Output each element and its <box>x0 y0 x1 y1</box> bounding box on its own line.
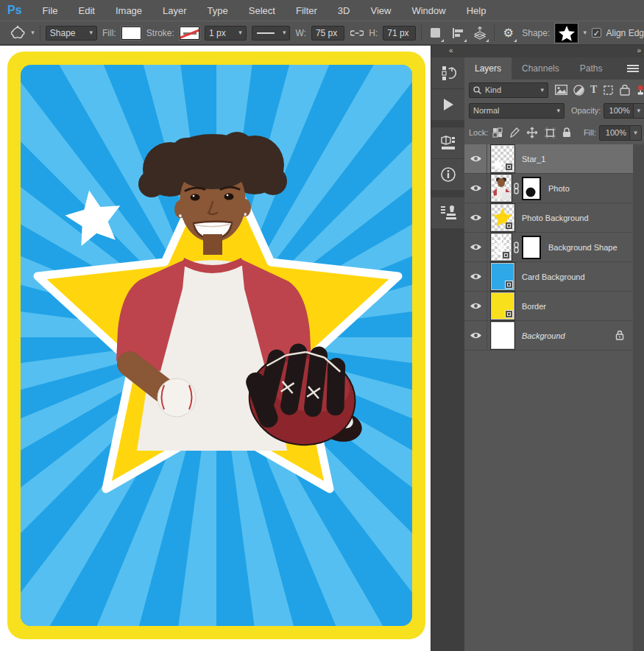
layer-thumbnail[interactable] <box>491 263 514 290</box>
layer-thumbnail[interactable] <box>491 322 514 349</box>
layer-thumbnail[interactable] <box>491 292 514 320</box>
layer-name[interactable]: Background Shape <box>548 243 618 252</box>
chevron-down-icon: ▾ <box>238 29 242 36</box>
filter-pixel-layers-icon[interactable] <box>555 85 567 95</box>
fill-slider-toggle[interactable]: ▾ <box>630 125 642 141</box>
filter-adjustment-layers-icon[interactable] <box>573 85 584 96</box>
layer-thumbnail[interactable] <box>491 204 514 231</box>
visibility-toggle[interactable] <box>464 262 487 292</box>
layer-thumbnail[interactable] <box>491 233 512 261</box>
stroke-width-input[interactable]: 1 px ▾ <box>205 26 247 41</box>
expand-panels-icon[interactable]: « <box>449 46 453 54</box>
menu-type[interactable]: Type <box>197 5 238 16</box>
lock-artboard-icon[interactable] <box>545 127 556 138</box>
layer-row-photo[interactable]: Photo <box>464 174 633 203</box>
tab-layers[interactable]: Layers <box>464 57 512 80</box>
history-panel-button[interactable] <box>431 57 464 88</box>
panel-tabs: Layers Channels Paths <box>464 57 644 80</box>
menu-filter[interactable]: Filter <box>286 5 328 16</box>
menu-layer[interactable]: Layer <box>152 5 197 16</box>
lock-label: Lock: <box>469 128 488 137</box>
panel-menu-icon[interactable] <box>627 65 639 72</box>
menu-view[interactable]: View <box>360 5 401 16</box>
layer-row-background-shape[interactable]: Background Shape <box>464 233 633 262</box>
shape-picker-swatch[interactable] <box>555 24 578 43</box>
layer-name[interactable]: Border <box>522 302 546 311</box>
collapse-panels-icon[interactable]: » <box>637 46 640 54</box>
shape-width-input[interactable]: 75 px <box>311 26 344 41</box>
visibility-toggle[interactable] <box>464 144 487 174</box>
tab-channels[interactable]: Channels <box>512 57 570 80</box>
layer-locked-icon <box>615 330 624 342</box>
layer-name[interactable]: Photo <box>548 184 570 193</box>
opacity-input[interactable]: 100% <box>604 103 633 119</box>
tool-mode-select[interactable]: Shape ▾ <box>46 26 97 41</box>
actions-panel-button[interactable] <box>431 89 464 120</box>
layer-thumbnail[interactable] <box>491 145 514 172</box>
lock-transparency-icon[interactable] <box>492 127 503 138</box>
layer-filter-row: Kind ▾ T <box>464 80 644 100</box>
path-arrangement-icon[interactable] <box>472 24 489 42</box>
menu-image[interactable]: Image <box>105 5 152 16</box>
separator <box>494 25 495 41</box>
tab-paths[interactable]: Paths <box>570 57 613 80</box>
shape-height-input[interactable]: 71 px <box>383 26 416 41</box>
visibility-toggle[interactable] <box>464 233 487 262</box>
layer-mask-thumbnail[interactable] <box>522 236 541 259</box>
chevron-down-icon[interactable]: ▾ <box>583 29 587 36</box>
visibility-toggle[interactable] <box>464 292 487 321</box>
clone-source-panel-button[interactable] <box>431 197 464 228</box>
menu-3d[interactable]: 3D <box>328 5 361 16</box>
layer-name[interactable]: Photo Background <box>522 214 589 222</box>
gear-icon[interactable]: ⚙ <box>500 24 517 42</box>
tool-preset-chevron[interactable]: ▾ <box>31 29 35 36</box>
menu-help[interactable]: Help <box>456 5 497 16</box>
eye-icon <box>470 214 482 222</box>
opacity-slider-toggle[interactable]: ▾ <box>634 103 644 119</box>
layers-panel: Layers Channels Paths Kind ▾ T <box>464 57 644 651</box>
layer-row-star-1[interactable]: Star_1 <box>464 144 633 174</box>
layer-row-border[interactable]: Border <box>464 292 633 321</box>
filter-toggle-pin[interactable] <box>637 84 644 96</box>
filter-type-layers-icon[interactable]: T <box>590 84 597 96</box>
lock-position-icon[interactable] <box>526 127 538 138</box>
mask-link-icon[interactable] <box>513 242 520 253</box>
blend-mode-select[interactable]: Normal ▾ <box>469 103 565 119</box>
lock-icons <box>492 127 571 138</box>
path-operations-icon[interactable] <box>427 24 444 42</box>
menu-file[interactable]: File <box>32 5 68 16</box>
info-panel-button[interactable] <box>431 159 464 190</box>
layer-row-card-background[interactable]: Card Background <box>464 262 633 292</box>
fill-input[interactable]: 100% <box>599 125 630 141</box>
layer-thumbnail[interactable] <box>491 175 512 202</box>
layer-mask-thumbnail[interactable] <box>522 177 541 200</box>
layer-name[interactable]: Star_1 <box>522 155 545 163</box>
layer-row-photo-background[interactable]: Photo Background <box>464 203 633 233</box>
path-alignment-icon[interactable] <box>449 24 466 42</box>
visibility-toggle[interactable] <box>464 203 487 233</box>
fill-swatch[interactable] <box>121 27 141 40</box>
custom-shape-tool-icon[interactable] <box>9 24 26 42</box>
filter-smart-objects-icon[interactable] <box>620 85 630 96</box>
layer-row-background[interactable]: Background <box>464 321 633 351</box>
3d-panel-button[interactable] <box>431 127 464 158</box>
menu-window[interactable]: Window <box>401 5 456 16</box>
mask-link-icon[interactable] <box>513 183 520 194</box>
filter-shape-layers-icon[interactable] <box>603 85 614 96</box>
stroke-type-select[interactable]: ▾ <box>252 26 291 41</box>
document-canvas[interactable] <box>0 46 431 651</box>
link-dimensions-icon[interactable] <box>350 24 364 42</box>
visibility-toggle[interactable] <box>464 321 487 351</box>
visibility-toggle[interactable] <box>464 174 487 203</box>
chevron-down-icon: ▾ <box>89 29 93 36</box>
align-edges-checkbox[interactable]: ✓ <box>592 28 601 38</box>
layer-name[interactable]: Card Background <box>522 272 585 281</box>
menu-select[interactable]: Select <box>238 5 286 16</box>
menu-edit[interactable]: Edit <box>68 5 105 16</box>
layer-name[interactable]: Background <box>522 331 565 340</box>
lock-all-icon[interactable] <box>562 127 571 138</box>
solid-line-icon <box>256 31 275 35</box>
stroke-swatch[interactable] <box>180 27 199 40</box>
filter-kind-select[interactable]: Kind ▾ <box>469 82 548 98</box>
lock-image-icon[interactable] <box>509 127 520 138</box>
